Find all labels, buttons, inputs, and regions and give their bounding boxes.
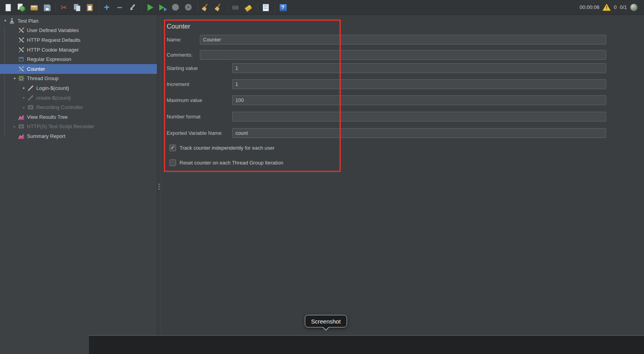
- panel-title: Counter: [167, 23, 190, 30]
- toolbar-separator: [274, 3, 274, 12]
- clear-all-button[interactable]: [212, 2, 225, 13]
- tree-item-label: Thread Group: [27, 75, 59, 81]
- start-no-pauses-button[interactable]: [156, 2, 169, 13]
- track-counter-checkbox[interactable]: [169, 145, 176, 151]
- tree-item-regular-expression[interactable]: Regular Expression: [0, 54, 157, 64]
- new-file-button[interactable]: [2, 2, 14, 13]
- tree-item-label: Summary Report: [27, 133, 65, 139]
- tree-item-recording-controller[interactable]: ▸ Recording Controller: [0, 102, 157, 112]
- tree-item-label: HTTP Request Defaults: [27, 37, 80, 43]
- expander-icon[interactable]: ▾: [11, 77, 18, 80]
- toggle-button[interactable]: [126, 2, 139, 13]
- name-row: Name:: [167, 35, 606, 45]
- copy-icon: [72, 3, 82, 12]
- tree-item-label: HTTP(S) Test Script Recorder: [27, 123, 94, 129]
- warning-triangle-icon[interactable]: [603, 4, 611, 11]
- name-input[interactable]: [200, 35, 606, 45]
- extractor-icon: [18, 56, 25, 63]
- tree-item-summary-report[interactable]: Summary Report: [0, 131, 157, 141]
- tree-item-http-request-defaults[interactable]: HTTP Request Defaults: [0, 35, 157, 45]
- tree-item-label: Regular Expression: [27, 56, 71, 62]
- open-button[interactable]: [27, 2, 40, 13]
- starting-value-label: Starting value: [167, 63, 198, 73]
- config-wrench-icon: [18, 37, 25, 43]
- increment-input[interactable]: [232, 79, 606, 89]
- comments-input[interactable]: [200, 50, 606, 60]
- jmeter-window: 00:00:06 0 0/1 ▾ Test Plan User Defined …: [0, 0, 644, 354]
- tree-item-http-cookie-manager[interactable]: HTTP Cookie Manager: [0, 45, 157, 55]
- tree-item-label: Recording Controller: [36, 104, 83, 110]
- templates-icon: [16, 3, 26, 12]
- tree-item-http-test-script-recorder[interactable]: ▸ HTTP(S) Test Script Recorder: [0, 122, 157, 132]
- tree-item-login[interactable]: ▸ Login-${count}: [0, 83, 157, 93]
- config-wrench-icon: [18, 66, 25, 72]
- expander-icon[interactable]: ▸: [21, 86, 27, 90]
- minus-icon: [115, 3, 125, 12]
- templates-button[interactable]: [14, 2, 27, 13]
- listener-chart-icon: [18, 114, 25, 120]
- start-button[interactable]: [143, 2, 156, 13]
- expander-icon[interactable]: ▾: [2, 19, 9, 23]
- splitter-handle-icon[interactable]: [158, 184, 160, 185]
- paste-button[interactable]: [83, 2, 96, 13]
- help-icon: [278, 3, 288, 12]
- expander-icon[interactable]: ▸: [11, 125, 18, 129]
- tree-item-label: HTTP Cookie Manager: [27, 47, 79, 53]
- track-counter-label: Track counter independently for each use…: [180, 145, 274, 151]
- panel-splitter[interactable]: [157, 15, 161, 354]
- screenshot-tooltip: Screenshot: [305, 315, 347, 327]
- number-format-input[interactable]: [232, 112, 606, 122]
- starting-value-input[interactable]: [232, 63, 606, 73]
- tree-item-label: View Results Tree: [27, 114, 68, 120]
- plus-icon: [102, 3, 112, 12]
- content-area: ▾ Test Plan User Defined Variables HTTP …: [0, 15, 644, 354]
- search-reset-tag-icon: [244, 3, 253, 12]
- sampler-pipette-icon: [27, 95, 34, 101]
- sampler-pipette-icon: [27, 85, 34, 91]
- clear-broom-icon: [201, 3, 210, 12]
- help-button[interactable]: [276, 2, 289, 13]
- copy-button[interactable]: [70, 2, 83, 13]
- tree-item-view-results-tree[interactable]: View Results Tree: [0, 112, 157, 122]
- expand-all-button[interactable]: [100, 2, 113, 13]
- exported-variable-label: Exported Variable Name: [167, 128, 222, 138]
- expander-icon[interactable]: ▸: [21, 96, 27, 100]
- tree-item-label: User Defined Variables: [27, 27, 79, 33]
- counter-config-panel: Counter Name: Comments: Starting value I…: [161, 15, 644, 354]
- function-helper-button[interactable]: [259, 2, 272, 13]
- reset-counter-label: Reset counter on each Thread Group Itera…: [180, 160, 283, 166]
- shutdown-button[interactable]: [182, 2, 195, 13]
- health-indicator-icon: [630, 4, 638, 11]
- number-format-row: Number format: [167, 112, 606, 122]
- tree-item-create[interactable]: ▸ create-${count}: [0, 93, 157, 103]
- toolbar-separator: [257, 3, 257, 12]
- reset-counter-row: Reset counter on each Thread Group Itera…: [169, 159, 283, 166]
- stop-button[interactable]: [169, 2, 182, 13]
- tree-item-user-defined-variables[interactable]: User Defined Variables: [0, 26, 157, 36]
- reset-counter-checkbox[interactable]: [169, 159, 176, 166]
- toolbar-status: 00:00:06 0 0/1: [580, 4, 642, 11]
- new-file-icon: [4, 3, 13, 12]
- toolbar-separator: [227, 3, 227, 12]
- paste-clipboard-icon: [85, 3, 94, 12]
- number-format-label: Number format: [167, 112, 201, 122]
- tree-item-counter[interactable]: Counter: [0, 64, 157, 74]
- tree-item-label: Login-${count}: [36, 85, 69, 91]
- cut-scissors-icon: [59, 3, 69, 12]
- search-button[interactable]: [229, 2, 242, 13]
- config-wrench-icon: [18, 46, 25, 53]
- toolbar-separator: [197, 3, 197, 12]
- collapse-all-button[interactable]: [113, 2, 126, 13]
- search-reset-button[interactable]: [242, 2, 255, 13]
- save-button[interactable]: [40, 2, 53, 13]
- start-play-icon: [145, 3, 155, 12]
- maximum-value-input[interactable]: [232, 95, 606, 105]
- toolbar-separator: [98, 3, 98, 12]
- tree-item-thread-group[interactable]: ▾ Thread Group: [0, 74, 157, 84]
- exported-variable-input[interactable]: [232, 128, 606, 138]
- listener-chart-icon: [18, 133, 25, 139]
- tree-item-test-plan[interactable]: ▾ Test Plan: [0, 16, 157, 26]
- expander-icon[interactable]: ▸: [21, 105, 27, 109]
- clear-button[interactable]: [199, 2, 212, 13]
- cut-button[interactable]: [57, 2, 70, 13]
